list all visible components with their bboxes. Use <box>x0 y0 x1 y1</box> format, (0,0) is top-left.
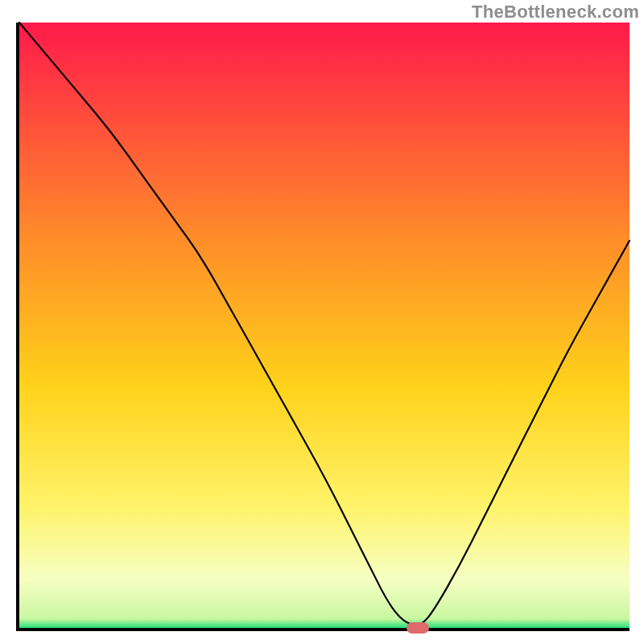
attribution-text: TheBottleneck.com <box>472 2 639 23</box>
plot-area <box>16 23 630 631</box>
optimal-marker <box>407 622 429 634</box>
bottleneck-curve <box>19 23 630 628</box>
chart-frame: TheBottleneck.com <box>0 0 644 644</box>
curve-path <box>19 23 630 625</box>
